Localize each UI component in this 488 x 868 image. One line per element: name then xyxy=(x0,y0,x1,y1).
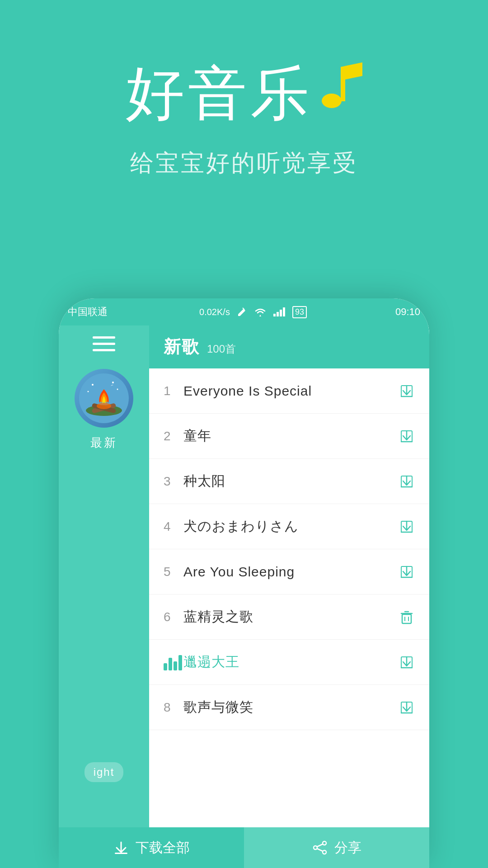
status-bar: 中国联通 0.02K/s 93 09:10 xyxy=(59,298,429,326)
svg-point-27 xyxy=(323,850,326,854)
song-title: 犬のおまわりさん xyxy=(183,517,399,536)
album-art[interactable] xyxy=(75,369,133,428)
speed-label: 0.02K/s xyxy=(199,307,230,317)
campfire-image xyxy=(79,373,129,423)
svg-rect-7 xyxy=(93,336,115,339)
song-title: Are You Sleeping xyxy=(183,564,399,580)
edit-icon xyxy=(237,307,247,317)
song-number: 6 xyxy=(164,610,183,624)
svg-rect-3 xyxy=(273,314,276,316)
download-all-button[interactable]: 下载全部 xyxy=(59,827,244,868)
svg-line-29 xyxy=(317,849,323,851)
song-title: 蓝精灵之歌 xyxy=(183,608,399,626)
song-number: 3 xyxy=(164,474,183,489)
download-icon[interactable] xyxy=(399,699,415,716)
status-center: 0.02K/s 93 xyxy=(149,306,357,318)
download-all-icon xyxy=(113,840,129,856)
app-content: 最新 ight 新歌 100首 1Everyone Is Special 2童年 xyxy=(59,326,429,827)
songs-count: 100首 xyxy=(207,342,236,356)
svg-point-25 xyxy=(323,841,326,845)
download-icon[interactable] xyxy=(399,428,415,444)
download-all-label: 下载全部 xyxy=(136,839,190,857)
app-subtitle: 给宝宝好的听觉享受 xyxy=(130,147,358,179)
download-icon[interactable] xyxy=(399,654,415,670)
song-title: 种太阳 xyxy=(183,472,399,491)
phone-mockup: 中国联通 0.02K/s 93 09:10 xyxy=(59,298,429,868)
svg-point-26 xyxy=(314,846,317,849)
svg-point-16 xyxy=(112,382,114,383)
svg-rect-5 xyxy=(280,310,282,316)
song-item[interactable]: 4犬のおまわりさん xyxy=(149,504,429,549)
top-section: 好音乐 给宝宝好的听觉享受 xyxy=(0,0,488,179)
share-label: 分享 xyxy=(334,839,361,857)
song-number: 5 xyxy=(164,565,183,579)
svg-point-18 xyxy=(88,391,89,392)
song-list-header: 新歌 100首 xyxy=(149,326,429,368)
svg-point-14 xyxy=(97,403,111,409)
playing-bars-icon xyxy=(164,654,183,670)
svg-rect-24 xyxy=(115,853,127,854)
sidebar-bottom-btn: ight xyxy=(59,762,149,782)
song-list-area: 新歌 100首 1Everyone Is Special 2童年 3种太阳 4犬… xyxy=(149,326,429,827)
song-item[interactable]: 1Everyone Is Special xyxy=(149,368,429,414)
song-title: 邋遢大王 xyxy=(183,653,399,671)
delete-icon[interactable] xyxy=(399,609,415,625)
download-icon[interactable] xyxy=(399,564,415,580)
song-number: 1 xyxy=(164,384,183,398)
svg-point-0 xyxy=(322,94,342,108)
battery-icon: 93 xyxy=(292,306,307,318)
svg-line-28 xyxy=(317,844,323,847)
svg-point-15 xyxy=(92,384,94,386)
svg-point-17 xyxy=(117,389,118,390)
song-item[interactable]: 邋遢大王 xyxy=(149,640,429,685)
share-button[interactable]: 分享 xyxy=(244,827,429,868)
song-item[interactable]: 6蓝精灵之歌 xyxy=(149,594,429,640)
song-title: 童年 xyxy=(183,427,399,445)
download-icon[interactable] xyxy=(399,473,415,490)
download-icon[interactable] xyxy=(399,383,415,399)
svg-rect-19 xyxy=(402,614,411,623)
share-icon xyxy=(312,840,328,856)
svg-rect-4 xyxy=(277,312,279,316)
song-title: Everyone Is Special xyxy=(183,383,399,399)
song-item[interactable]: 3种太阳 xyxy=(149,459,429,504)
song-number: 8 xyxy=(164,700,183,715)
song-item[interactable]: 5Are You Sleeping xyxy=(149,549,429,594)
svg-rect-6 xyxy=(283,307,285,316)
sidebar: 最新 ight xyxy=(59,326,149,827)
carrier-label: 中国联通 xyxy=(68,305,149,319)
time-label: 09:10 xyxy=(357,306,420,318)
song-list: 1Everyone Is Special 2童年 3种太阳 4犬のおまわりさん … xyxy=(149,368,429,827)
svg-rect-8 xyxy=(93,343,115,345)
sidebar-latest-label: 最新 xyxy=(90,435,117,451)
song-number: 2 xyxy=(164,429,183,443)
title-row: 好音乐 xyxy=(126,54,362,134)
download-icon[interactable] xyxy=(399,519,415,535)
bottom-bar: 下载全部 分享 xyxy=(59,827,429,868)
song-title: 歌声与微笑 xyxy=(183,698,399,717)
new-songs-title: 新歌 xyxy=(164,335,200,359)
svg-rect-9 xyxy=(93,349,115,351)
song-item[interactable]: 2童年 xyxy=(149,414,429,459)
song-number: 4 xyxy=(164,519,183,534)
wifi-icon xyxy=(254,307,266,316)
song-item[interactable]: 8歌声与微笑 xyxy=(149,685,429,730)
music-note-icon xyxy=(322,62,362,112)
sidebar-ight-btn[interactable]: ight xyxy=(84,762,124,782)
menu-icon[interactable] xyxy=(93,335,115,355)
app-title: 好音乐 xyxy=(126,54,313,134)
signal-icon xyxy=(273,307,285,316)
